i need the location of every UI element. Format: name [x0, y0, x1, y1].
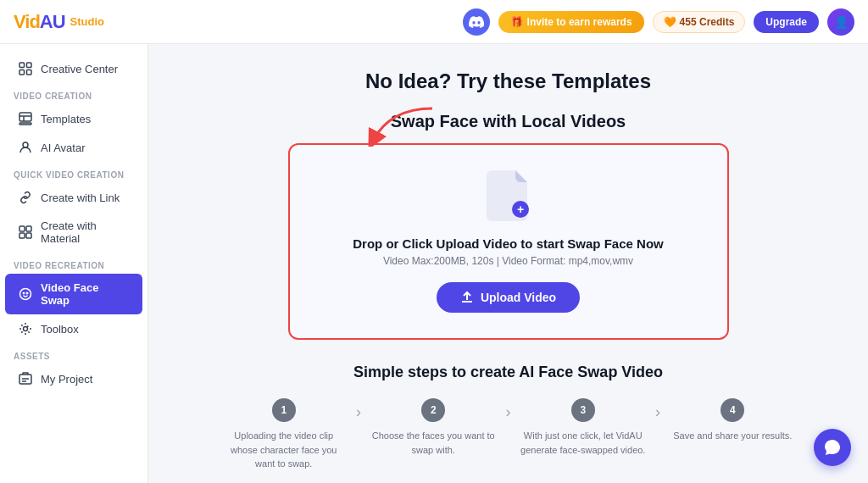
- sidebar-item-ai-avatar[interactable]: AI Avatar: [5, 133, 142, 162]
- sidebar-item-create-material[interactable]: Create with Material: [5, 212, 142, 253]
- page-title: No Idea? Try these Templates: [182, 69, 834, 93]
- svg-text:+: +: [516, 203, 523, 216]
- header-right: 🎁 Invite to earn rewards 🧡 455 Credits U…: [463, 8, 854, 36]
- upgrade-button[interactable]: Upgrade: [754, 11, 819, 33]
- upload-title: Drop or Click Upload Video to start Swap…: [307, 236, 710, 251]
- sidebar-label-creative-center: Creative Center: [41, 63, 118, 75]
- step-text-2: Choose the faces you want to swap with.: [370, 429, 498, 457]
- svg-point-13: [20, 289, 31, 300]
- sidebar-label-video-face-swap: Video Face Swap: [41, 281, 129, 307]
- upload-subtitle: Video Max:200MB, 120s | Video Format: mp…: [307, 255, 710, 267]
- toolbox-icon: [19, 322, 32, 336]
- sidebar-label-my-project: My Project: [41, 373, 92, 386]
- svg-rect-2: [19, 70, 25, 75]
- svg-rect-7: [19, 123, 31, 125]
- sidebar-label-ai-avatar: AI Avatar: [41, 142, 86, 154]
- invite-button[interactable]: 🎁 Invite to earn rewards: [498, 11, 644, 33]
- discord-button[interactable]: [463, 8, 490, 36]
- section-quick-video: Quick Video Creation: [0, 162, 147, 183]
- heart-icon: 🧡: [664, 16, 676, 28]
- svg-rect-4: [19, 113, 31, 121]
- gift-icon: 🎁: [510, 16, 523, 28]
- chat-bubble[interactable]: [814, 429, 851, 466]
- section-video-creation: Video Creation: [0, 83, 147, 104]
- sidebar-item-templates[interactable]: Templates: [5, 104, 142, 133]
- svg-point-14: [23, 292, 24, 293]
- svg-rect-1: [27, 63, 32, 68]
- upload-button[interactable]: Upload Video: [437, 282, 580, 313]
- file-upload-icon: +: [487, 170, 531, 221]
- sidebar: Creative Center Video Creation Templates…: [0, 44, 148, 483]
- step-text-4: Save and share your results.: [673, 429, 792, 443]
- step-number-4: 4: [721, 398, 744, 422]
- sidebar-item-my-project[interactable]: My Project: [5, 364, 142, 393]
- step-number-1: 1: [272, 398, 296, 422]
- avatar-inner: 👤: [827, 8, 854, 36]
- sidebar-item-video-face-swap[interactable]: Video Face Swap: [5, 274, 142, 314]
- section-title: Swap Face with Local Videos: [182, 112, 834, 131]
- main-content: No Idea? Try these Templates Swap Face w…: [148, 44, 868, 483]
- credits-badge: 🧡 455 Credits: [653, 11, 746, 33]
- step-number-3: 3: [571, 398, 595, 422]
- sidebar-label-create-link: Create with Link: [41, 192, 120, 204]
- step-text-1: Uploading the video clip whose character…: [220, 429, 348, 471]
- face-swap-icon: [19, 287, 32, 301]
- step-1: 1 Uploading the video clip whose charact…: [212, 398, 357, 471]
- chat-icon: [823, 438, 842, 457]
- step-number-2: 2: [421, 398, 445, 422]
- template-icon: [19, 112, 32, 125]
- step-2: 2 Choose the faces you want to swap with…: [361, 398, 506, 457]
- upload-btn-label: Upload Video: [481, 291, 556, 304]
- logo-area: VidAU Studio: [14, 11, 104, 33]
- svg-rect-3: [27, 70, 32, 75]
- svg-point-15: [26, 292, 27, 293]
- step-4: 4 Save and share your results.: [660, 398, 805, 443]
- svg-rect-0: [19, 63, 25, 68]
- sidebar-label-templates: Templates: [41, 113, 91, 125]
- link-icon: [19, 191, 32, 204]
- svg-point-16: [24, 327, 28, 331]
- invite-label: Invite to earn rewards: [527, 16, 632, 28]
- upload-icon-btn: [460, 291, 474, 304]
- header: VidAU Studio 🎁 Invite to earn rewards 🧡 …: [0, 0, 868, 44]
- grid-icon: [19, 62, 32, 75]
- sidebar-item-creative-center[interactable]: Creative Center: [5, 54, 142, 83]
- svg-rect-10: [26, 226, 31, 231]
- material-icon: [19, 225, 32, 239]
- avatar-icon: [19, 141, 32, 154]
- svg-rect-9: [19, 226, 25, 231]
- steps-title: Simple steps to create AI Face Swap Vide…: [182, 364, 834, 381]
- avatar[interactable]: 👤: [827, 8, 854, 36]
- svg-point-8: [23, 142, 28, 147]
- svg-rect-12: [26, 233, 31, 238]
- main-layout: Creative Center Video Creation Templates…: [0, 44, 868, 483]
- logo: VidAU: [14, 11, 65, 33]
- step-text-3: With just one click, let VidAU generate …: [520, 429, 648, 457]
- sidebar-item-toolbox[interactable]: Toolbox: [5, 314, 142, 343]
- steps-row: 1 Uploading the video clip whose charact…: [212, 398, 805, 471]
- upload-area[interactable]: + Drop or Click Upload Video to start Sw…: [288, 143, 729, 340]
- section-video-recreation: Video Recreation: [0, 253, 147, 274]
- sidebar-label-create-material: Create with Material: [41, 219, 129, 245]
- project-icon: [19, 372, 32, 386]
- sidebar-item-create-link[interactable]: Create with Link: [5, 183, 142, 212]
- svg-rect-11: [19, 233, 25, 238]
- step-3: 3 With just one click, let VidAU generat…: [511, 398, 656, 457]
- studio-label: Studio: [70, 15, 104, 28]
- section-assets: Assets: [0, 343, 147, 364]
- red-arrow-icon: [356, 100, 458, 147]
- sidebar-label-toolbox: Toolbox: [41, 323, 79, 336]
- credits-count: 455 Credits: [680, 16, 735, 28]
